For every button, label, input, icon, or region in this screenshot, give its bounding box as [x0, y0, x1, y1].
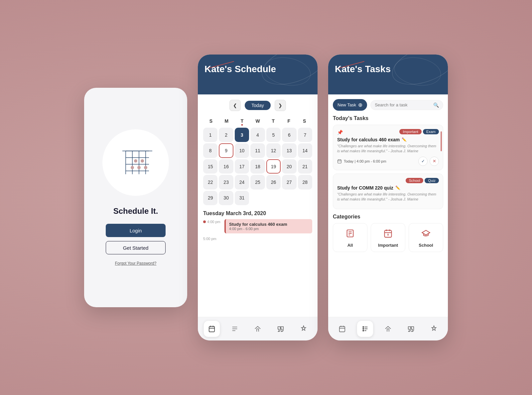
cal-day-7[interactable]: 7 — [298, 128, 312, 142]
cal-day-9-highlighted[interactable]: 9 — [219, 143, 233, 158]
cal-day-29[interactable]: 29 — [203, 191, 217, 205]
schedule-bottom-nav — [198, 317, 318, 340]
svg-point-11 — [131, 166, 134, 169]
svg-rect-21 — [338, 160, 341, 163]
cal-day-4[interactable]: 4 — [250, 128, 265, 142]
category-all[interactable]: All — [333, 223, 367, 252]
new-task-button[interactable]: New Task ⊕ — [333, 99, 367, 111]
nav-calendar-btn[interactable] — [203, 321, 220, 337]
prev-month-button[interactable]: ❮ — [229, 100, 241, 111]
task-quote-2: "Challenges are what make life interesti… — [337, 192, 439, 202]
category-school[interactable]: School — [409, 223, 443, 252]
cal-day-5[interactable]: 5 — [266, 128, 281, 142]
login-button[interactable]: Login — [106, 224, 166, 237]
cal-empty-4 — [298, 191, 312, 205]
tasks-nav-quote-btn[interactable] — [403, 321, 419, 337]
new-task-label: New Task — [337, 102, 356, 107]
cal-day-31[interactable]: 31 — [235, 191, 249, 205]
tasks-header: Kate's Tasks — [328, 55, 448, 94]
categories-label: Categories — [333, 214, 443, 220]
cal-day-1[interactable]: 1 — [203, 128, 217, 142]
category-important-label: Important — [378, 243, 398, 248]
cal-day-2[interactable]: 2 — [219, 128, 233, 142]
edit-icon-2[interactable]: ✏️ — [395, 186, 400, 190]
cal-day-17[interactable]: 17 — [235, 159, 249, 174]
calendar-grid: S M T W T F S 1 2 3 4 5 6 7 8 9 — [203, 116, 312, 205]
task-block-time: 4:00 pm - 6:00 pm — [229, 227, 309, 231]
tasks-screen: Kate's Tasks New Task ⊕ 🔍 Today's Tasks … — [328, 55, 448, 340]
svg-rect-14 — [209, 327, 215, 332]
svg-point-39 — [363, 327, 364, 328]
day-header-sat: S — [297, 116, 312, 126]
get-started-button[interactable]: Get Started — [106, 241, 166, 254]
cal-day-13[interactable]: 13 — [282, 143, 296, 158]
svg-point-34 — [388, 234, 388, 234]
cal-day-22[interactable]: 22 — [203, 175, 217, 189]
task-title-2: Study for COMM 220 quiz — [337, 185, 393, 191]
calendar-week-5: 29 30 31 — [203, 191, 312, 205]
search-box: 🔍 — [370, 100, 443, 110]
nav-list-btn[interactable] — [226, 321, 243, 337]
task-title-row-2: Study for COMM 220 quiz ✏️ — [337, 185, 439, 191]
schedule-header: Kate's Schedule — [198, 55, 318, 94]
cal-day-14[interactable]: 14 — [298, 143, 312, 158]
task-title-row-1: Study for calculus 460 exam ✏️ — [337, 137, 439, 142]
cal-day-23[interactable]: 23 — [219, 175, 233, 189]
day-header-wed: W — [250, 116, 266, 126]
tasks-nav-pin-btn[interactable] — [426, 321, 442, 337]
login-screen: Schedule It. Login Get Started Forgot Yo… — [84, 88, 187, 307]
time-slot-container: 4:00 pm Study for calculus 460 exam 4:00… — [203, 219, 312, 241]
task-quote-1: "Challenges are what make life interesti… — [337, 144, 439, 154]
nav-home-btn[interactable] — [249, 321, 266, 337]
edit-icon-1[interactable]: ✏️ — [402, 137, 407, 142]
calendar-body: ❮ Today ❯ S M T W T F S 1 2 3 4 5 — [198, 94, 318, 317]
cal-day-28[interactable]: 28 — [298, 175, 312, 189]
task-card-2-header: School Quiz — [337, 178, 439, 183]
cal-day-19-highlighted[interactable]: 19 — [266, 159, 281, 174]
cal-day-18[interactable]: 18 — [250, 159, 265, 174]
svg-point-10 — [141, 159, 144, 163]
cal-day-24[interactable]: 24 — [235, 175, 249, 189]
cal-day-21[interactable]: 21 — [298, 159, 312, 174]
nav-quote-btn[interactable] — [272, 321, 289, 337]
tag-row-2: School Quiz — [406, 178, 439, 183]
tasks-nav-home-btn[interactable] — [380, 321, 396, 337]
day-header-thu: T — [265, 116, 281, 126]
cal-day-10[interactable]: 10 — [235, 143, 249, 158]
nav-pin-btn[interactable] — [295, 321, 312, 337]
category-school-label: School — [419, 243, 433, 248]
cal-day-15[interactable]: 15 — [203, 159, 217, 174]
task-card-2: School Quiz Study for COMM 220 quiz ✏️ "… — [333, 174, 443, 209]
today-button[interactable]: Today — [245, 101, 270, 110]
cal-day-26[interactable]: 26 — [266, 175, 281, 189]
cal-day-30[interactable]: 30 — [219, 191, 233, 205]
cal-day-16[interactable]: 16 — [219, 159, 233, 174]
schedule-date-label: Tuesday March 3rd, 2020 — [203, 206, 312, 219]
day-header-mon: M — [219, 116, 234, 126]
next-month-button[interactable]: ❯ — [275, 100, 286, 111]
forgot-password-link[interactable]: Forgot Your Password? — [115, 261, 157, 266]
calendar-week-4: 22 23 24 25 26 27 28 — [203, 175, 312, 189]
task-block-calculus[interactable]: Study for calculus 460 exam 4:00 pm - 6:… — [224, 219, 312, 233]
tasks-nav-list-btn[interactable] — [357, 321, 373, 337]
cal-day-12[interactable]: 12 — [266, 143, 281, 158]
cal-day-27[interactable]: 27 — [282, 175, 296, 189]
cal-day-6[interactable]: 6 — [282, 128, 296, 142]
task-check-btn-1[interactable]: ✓ — [418, 157, 428, 166]
task-delete-btn-1[interactable]: ✕ — [430, 157, 439, 166]
cal-day-25[interactable]: 25 — [250, 175, 265, 189]
cal-day-20[interactable]: 20 — [282, 159, 296, 174]
cal-day-3-today[interactable]: 3 — [235, 128, 249, 142]
cal-day-11[interactable]: 11 — [250, 143, 265, 158]
schedule-screen: Kate's Schedule ❮ Today ❯ S M T W T F S … — [198, 55, 318, 340]
plus-icon: ⊕ — [358, 102, 362, 108]
search-input[interactable] — [375, 102, 431, 107]
time-label-400: 4:00 pm — [207, 219, 220, 224]
svg-point-43 — [363, 330, 364, 331]
category-all-label: All — [347, 243, 353, 248]
task-time-text-1: Today | 4:00 pm - 6:00 pm — [344, 159, 386, 163]
task-title-1: Study for calculus 460 exam — [337, 137, 400, 142]
tasks-nav-calendar-btn[interactable] — [334, 321, 350, 337]
category-important[interactable]: Important — [371, 223, 405, 252]
cal-day-8[interactable]: 8 — [203, 143, 217, 158]
